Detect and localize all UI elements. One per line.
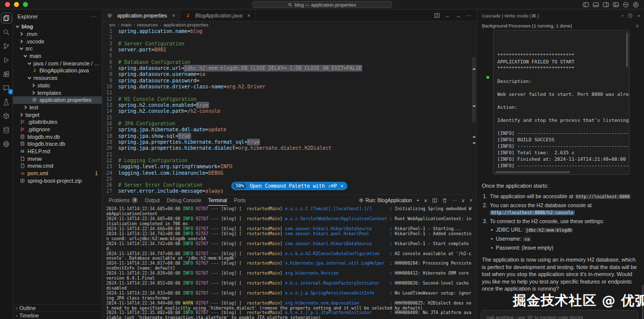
command-center[interactable]: blog — application.properties — [252, 1, 392, 8]
close-panel-icon[interactable]: × — [637, 13, 640, 18]
close-window-button[interactable] — [5, 2, 10, 7]
tree-item-blogdb.trace.db[interactable]: blogdb.trace.db — [13, 140, 102, 148]
new-chat-icon[interactable]: + — [621, 13, 624, 18]
tree-item-src[interactable]: src — [13, 45, 102, 52]
navigate-back-icon[interactable]: ← — [445, 12, 450, 18]
notification-toast[interactable]: 50% Open Command Palette with ⇧⌘P × — [231, 182, 348, 190]
assistant-icon[interactable] — [623, 1, 629, 8]
timeline-section[interactable]: ›Timeline — [13, 312, 102, 319]
process-output-block[interactable]: ***************************APPLICATION F… — [493, 30, 630, 175]
run-debug-icon[interactable] — [1, 54, 12, 65]
navigate-forward-icon[interactable]: → — [455, 12, 461, 18]
account-icon[interactable] — [633, 1, 639, 8]
breadcrumb-item[interactable]: application.properties — [164, 22, 209, 27]
new-terminal-icon[interactable]: + — [417, 198, 420, 203]
block-horizontal-scrollbar[interactable] — [495, 171, 570, 173]
cascade-title: Cascade | Write mode (⌘.) — [482, 13, 539, 18]
background-processes-toggle[interactable]: Background Processes (1 running, 1 done)… — [477, 21, 644, 30]
panel-tab-output[interactable]: Output — [145, 195, 160, 206]
explorer-icon[interactable] — [1, 12, 12, 23]
tree-item-.mvn[interactable]: .mvn — [13, 30, 102, 38]
terminal-output[interactable]: 2024-11-14T14:22:34.605+08:00 INFO 92767… — [102, 206, 476, 319]
list-item: 1.The application will be accessible at … — [483, 193, 640, 200]
tree-item-test[interactable]: test — [13, 104, 102, 111]
tree-item-blog[interactable]: blog — [13, 23, 102, 30]
block-vertical-scrollbar[interactable] — [626, 32, 628, 67]
code-line: 5 — [102, 53, 476, 59]
tree-item-.gitattributes[interactable]: .gitattributes — [13, 118, 102, 126]
panel-tab-terminal[interactable]: Terminal — [208, 195, 227, 206]
panel-actions: Run: BlogApplication + ∨ ··· ∨ × — [359, 198, 472, 203]
customize-layout-icon[interactable] — [613, 1, 619, 8]
split-editor-icon[interactable] — [434, 12, 440, 18]
tree-item-mvnw[interactable]: mvnw — [13, 155, 102, 162]
tree-item-.vscode[interactable]: .vscode — [13, 37, 102, 45]
close-tab-icon[interactable]: × — [172, 12, 175, 18]
testing-icon[interactable] — [1, 96, 12, 107]
code-line: 13spring.h2.console.enabled=true — [102, 102, 476, 108]
close-tab-icon[interactable]: × — [247, 12, 250, 18]
minimize-window-button[interactable] — [14, 2, 19, 7]
tab-blogapplication-java[interactable]: J BlogApplication.java × — [180, 10, 255, 21]
toast-close-icon[interactable]: × — [340, 183, 343, 189]
outline-section[interactable]: ›Outline — [13, 304, 102, 312]
extensions-icon[interactable] — [1, 68, 12, 79]
history-icon[interactable] — [628, 13, 633, 18]
tree-item-help.md[interactable]: MHELP.md — [13, 148, 102, 155]
tree-item-application.properties[interactable]: application.properties — [13, 96, 102, 104]
tree-item-blogapplication.java[interactable]: JBlogApplication.java — [13, 67, 102, 74]
sidebar-bottom-sections: ›Outline ›Timeline — [13, 304, 102, 319]
terminal-line: 2024-11-14T14:22:34.817+08:00 INFO 92767… — [106, 261, 473, 271]
tree-item-mvnw.cmd[interactable]: mvnw.cmd — [13, 162, 102, 170]
panel-tab-ports[interactable]: Ports — [234, 195, 245, 206]
toggle-secondary-sidebar-icon[interactable] — [603, 1, 609, 8]
editor[interactable]: 1spring.application.name=blog23# Server … — [102, 28, 476, 194]
breadcrumb: src› main› resources› application.proper… — [102, 21, 476, 28]
editor-scrollbar[interactable] — [472, 57, 476, 122]
tree-item-java-com-linearuncle-blog[interactable]: java / com / linearuncle / blog — [13, 59, 102, 67]
close-panel-icon[interactable]: × — [469, 198, 472, 203]
explorer-header: Explorer ··· — [13, 10, 102, 23]
chevron-right-icon: › — [15, 305, 17, 311]
zoom-window-button[interactable] — [23, 2, 28, 7]
breadcrumb-item[interactable]: src — [109, 22, 116, 27]
tree-item-static[interactable]: static — [13, 82, 102, 89]
globe-icon[interactable] — [1, 138, 12, 149]
database-icon[interactable] — [1, 124, 12, 135]
cascade-header: Cascade | Write mode (⌘.) + × — [477, 10, 644, 21]
toggle-panel-icon[interactable] — [593, 1, 599, 8]
terminal-instance-run[interactable]: Run: BlogApplication — [359, 198, 412, 203]
chat-icon[interactable]: 2 — [1, 82, 12, 93]
tree-item-templates[interactable]: templates — [13, 89, 102, 96]
hide-panel-icon[interactable]: ∨ — [461, 198, 465, 203]
split-terminal-icon[interactable] — [432, 198, 437, 203]
code-line: 14spring.h2.console.path=/h2-console — [102, 108, 476, 114]
tree-item-spring-boot-project.zip[interactable]: spring-boot-project.zip — [13, 177, 102, 184]
terminal-line: 2024-11-14T14:22:34.742+08:00 INFO 92767… — [106, 232, 473, 242]
toggle-primary-sidebar-icon[interactable] — [583, 1, 589, 8]
activity-bar: 2 — [0, 10, 13, 319]
breadcrumb-item[interactable]: resources — [137, 22, 158, 27]
search-icon[interactable] — [1, 26, 12, 37]
kill-terminal-icon[interactable] — [442, 198, 447, 203]
tree-item-main[interactable]: main — [13, 52, 102, 60]
panel-tab-debug-console[interactable]: Debug Console — [167, 195, 201, 206]
more-actions-icon[interactable]: ··· — [452, 198, 457, 203]
cube-extension-icon[interactable] — [1, 110, 12, 121]
more-actions-icon[interactable]: ··· — [466, 12, 471, 18]
code-line: 2 — [102, 34, 476, 40]
explorer-more-actions-icon[interactable]: ··· — [90, 13, 97, 19]
tree-item-blogdb.mv.db[interactable]: blogdb.mv.db — [13, 133, 102, 140]
tree-item-resources[interactable]: resources — [13, 74, 102, 82]
tree-item-.gitignore[interactable]: .gitignore — [13, 126, 102, 133]
gear-file-icon — [107, 13, 113, 18]
source-control-icon[interactable] — [1, 40, 12, 51]
tree-item-pom.xml[interactable]: <>pom.xml1 — [13, 170, 102, 177]
tab-application-properties[interactable]: application.properties × — [102, 10, 180, 21]
assistant-text: Once the application starts: — [482, 183, 639, 189]
chat-input[interactable] — [485, 314, 634, 319]
panel-tab-problems[interactable]: Problems3 — [109, 195, 138, 206]
tree-item-target[interactable]: target — [13, 111, 102, 118]
terminal-dropdown-icon[interactable]: ∨ — [424, 198, 428, 203]
breadcrumb-item[interactable]: main — [121, 22, 132, 27]
